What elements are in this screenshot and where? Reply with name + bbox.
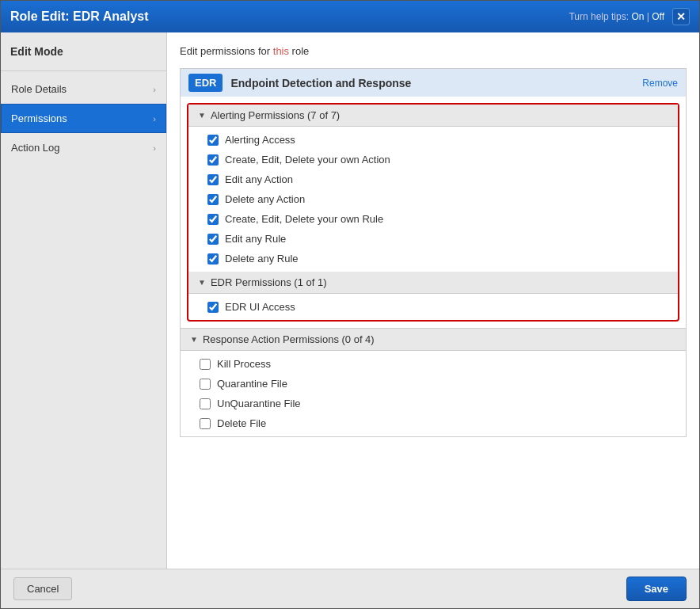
sidebar-item-action-log[interactable]: Action Log ›	[1, 133, 166, 162]
response-action-perm-items: Kill Process Quarantine File UnQuarantin…	[181, 351, 686, 436]
perm-item-label: EDR UI Access	[225, 301, 295, 313]
chevron-right-icon: ›	[153, 114, 156, 124]
perm-item: Create, Edit, Delete your own Rule	[188, 209, 678, 229]
main-window: Role Edit: EDR Analyst Turn help tips: O…	[0, 0, 700, 609]
perm-item: EDR UI Access	[188, 297, 678, 317]
create-edit-delete-own-rule-checkbox[interactable]	[207, 214, 219, 225]
edr-ui-access-checkbox[interactable]	[207, 302, 219, 313]
perm-item: Edit any Rule	[188, 229, 678, 249]
perm-item-label: Delete any Action	[225, 193, 305, 205]
help-tips-label: Turn help tips: On | Off	[569, 11, 664, 22]
main-subtitle: Edit permissions for this role	[180, 45, 687, 57]
sidebar-divider	[1, 70, 166, 71]
perm-item-label: Create, Edit, Delete your own Action	[225, 154, 390, 166]
perm-item: Create, Edit, Delete your own Action	[188, 150, 678, 169]
perm-item-label: UnQuarantine File	[217, 398, 301, 409]
perm-item: Quarantine File	[181, 374, 686, 394]
perm-item-label: Delete File	[217, 417, 266, 429]
module-badge: EDR	[188, 74, 223, 92]
perm-group-response-action: ▼ Response Action Permissions (0 of 4) K…	[181, 328, 686, 436]
perm-item-label: Delete any Rule	[225, 253, 299, 265]
title-bar-right: Turn help tips: On | Off ✕	[569, 8, 690, 25]
edit-any-action-checkbox[interactable]	[207, 174, 219, 185]
main-content: Edit permissions for this role EDR Endpo…	[167, 32, 699, 569]
sidebar-item-role-details[interactable]: Role Details ›	[1, 74, 166, 104]
perm-item: UnQuarantine File	[181, 394, 686, 413]
body: Edit Mode Role Details › Permissions › A…	[1, 32, 699, 569]
perm-group-alerting: ▼ Alerting Permissions (7 of 7) Alerting…	[188, 105, 678, 272]
perm-group-edr: ▼ EDR Permissions (1 of 1) EDR UI Access	[188, 272, 678, 320]
perm-item: Alerting Access	[188, 130, 678, 150]
alerting-access-checkbox[interactable]	[207, 135, 219, 146]
help-tips-on-link[interactable]: On	[631, 11, 644, 22]
sidebar-item-label: Permissions	[11, 112, 67, 124]
delete-any-rule-checkbox[interactable]	[207, 253, 219, 265]
collapse-icon: ▼	[198, 278, 206, 287]
sidebar-header: Edit Mode	[1, 45, 166, 67]
perm-group-label: Alerting Permissions (7 of 7)	[211, 109, 340, 121]
alerting-perm-items: Alerting Access Create, Edit, Delete you…	[188, 127, 678, 272]
quarantine-file-checkbox[interactable]	[200, 379, 211, 390]
perm-group-label: Response Action Permissions (0 of 4)	[203, 333, 375, 345]
module-block: EDR Endpoint Detection and Response Remo…	[180, 68, 687, 437]
perm-item-label: Edit any Action	[225, 173, 293, 185]
footer: Cancel Save	[1, 569, 699, 608]
close-button[interactable]: ✕	[672, 8, 690, 25]
chevron-right-icon: ›	[153, 143, 156, 153]
edr-perm-items: EDR UI Access	[188, 294, 678, 320]
perm-group-response-action-header[interactable]: ▼ Response Action Permissions (0 of 4)	[181, 328, 686, 351]
sidebar-item-label: Role Details	[11, 83, 67, 95]
delete-any-action-checkbox[interactable]	[207, 194, 219, 205]
permissions-outlined-section: ▼ Alerting Permissions (7 of 7) Alerting…	[187, 103, 679, 322]
save-button[interactable]: Save	[626, 577, 687, 601]
perm-item-label: Kill Process	[217, 358, 271, 370]
perm-item: Edit any Action	[188, 169, 678, 189]
sidebar: Edit Mode Role Details › Permissions › A…	[1, 32, 167, 569]
help-tips-off-link[interactable]: Off	[652, 11, 664, 22]
perm-group-edr-header[interactable]: ▼ EDR Permissions (1 of 1)	[188, 272, 678, 294]
unquarantine-file-checkbox[interactable]	[200, 398, 211, 409]
collapse-icon: ▼	[198, 111, 206, 120]
kill-process-checkbox[interactable]	[200, 359, 211, 370]
module-header-inner: EDR Endpoint Detection and Response	[188, 74, 642, 92]
module-header: EDR Endpoint Detection and Response Remo…	[181, 69, 686, 97]
perm-item: Delete any Rule	[188, 249, 678, 268]
perm-item-label: Alerting Access	[225, 134, 295, 146]
chevron-right-icon: ›	[153, 85, 156, 94]
cancel-button[interactable]: Cancel	[13, 577, 72, 600]
title-bar: Role Edit: EDR Analyst Turn help tips: O…	[1, 1, 699, 32]
perm-item: Delete File	[181, 413, 686, 433]
edit-any-rule-checkbox[interactable]	[207, 234, 219, 245]
delete-file-checkbox[interactable]	[200, 418, 211, 429]
window-title: Role Edit: EDR Analyst	[10, 10, 149, 24]
remove-link[interactable]: Remove	[642, 78, 678, 89]
module-title: Endpoint Detection and Response	[230, 77, 642, 89]
perm-item: Delete any Action	[188, 189, 678, 209]
perm-item-label: Create, Edit, Delete your own Rule	[225, 213, 383, 225]
perm-item-label: Quarantine File	[217, 378, 287, 390]
sidebar-item-label: Action Log	[11, 142, 59, 154]
create-edit-delete-own-action-checkbox[interactable]	[207, 154, 219, 166]
perm-group-alerting-header[interactable]: ▼ Alerting Permissions (7 of 7)	[188, 105, 678, 127]
subtitle-highlight: this	[273, 45, 289, 57]
sidebar-item-permissions[interactable]: Permissions ›	[1, 104, 166, 133]
collapse-icon: ▼	[190, 335, 198, 344]
perm-item: Kill Process	[181, 354, 686, 374]
perm-item-label: Edit any Rule	[225, 233, 286, 245]
perm-group-label: EDR Permissions (1 of 1)	[211, 276, 327, 288]
